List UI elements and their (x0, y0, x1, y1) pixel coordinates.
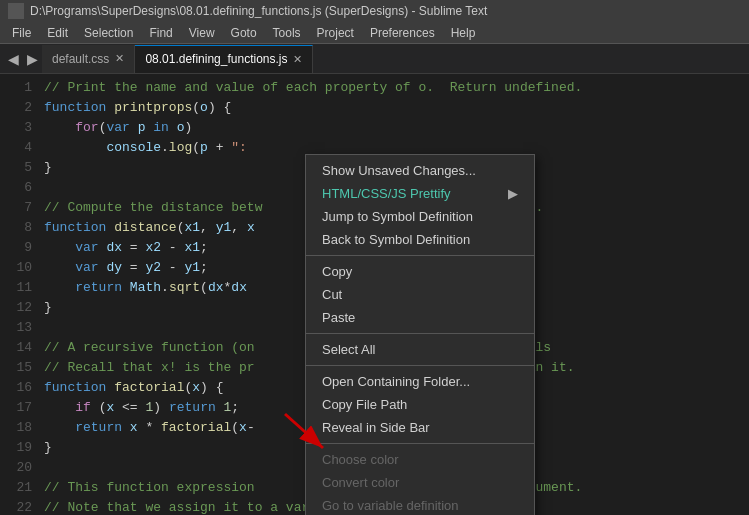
tab-next-button[interactable]: ▶ (23, 51, 42, 67)
title-text: D:\Programs\SuperDesigns\08.01.defining_… (30, 4, 487, 18)
cm-copy-path[interactable]: Copy File Path (306, 393, 534, 416)
menu-help[interactable]: Help (443, 24, 484, 42)
menu-edit[interactable]: Edit (39, 24, 76, 42)
cm-paste[interactable]: Paste (306, 306, 534, 329)
tab-label: 08.01.defining_functions.js (145, 52, 287, 66)
menu-tools[interactable]: Tools (265, 24, 309, 42)
menu-preferences[interactable]: Preferences (362, 24, 443, 42)
cm-show-unsaved[interactable]: Show Unsaved Changes... (306, 159, 534, 182)
menu-view[interactable]: View (181, 24, 223, 42)
cm-cut[interactable]: Cut (306, 283, 534, 306)
cm-sep-2 (306, 333, 534, 334)
menu-bar: File Edit Selection Find View Goto Tools… (0, 22, 749, 44)
cm-select-all[interactable]: Select All (306, 338, 534, 361)
tab-bar: ◀ ▶ default.css ✕ 08.01.defining_functio… (0, 44, 749, 74)
cm-sep-4 (306, 443, 534, 444)
menu-find[interactable]: Find (141, 24, 180, 42)
cm-reveal-sidebar[interactable]: Reveal in Side Bar (306, 416, 534, 439)
menu-goto[interactable]: Goto (223, 24, 265, 42)
context-menu: Show Unsaved Changes... HTML/CSS/JS Pret… (305, 154, 535, 515)
title-bar: D:\Programs\SuperDesigns\08.01.defining_… (0, 0, 749, 22)
cm-open-folder[interactable]: Open Containing Folder... (306, 370, 534, 393)
cm-jump-symbol[interactable]: Jump to Symbol Definition (306, 205, 534, 228)
cm-back-symbol[interactable]: Back to Symbol Definition (306, 228, 534, 251)
submenu-arrow-icon: ▶ (508, 186, 518, 201)
cm-html-prettify[interactable]: HTML/CSS/JS Prettify ▶ (306, 182, 534, 205)
tab-close-active-button[interactable]: ✕ (293, 53, 302, 66)
cm-convert-color: Convert color (306, 471, 534, 494)
menu-project[interactable]: Project (309, 24, 362, 42)
menu-file[interactable]: File (4, 24, 39, 42)
line-numbers: 1 2 3 4 5 6 7 8 9 10 11 12 13 14 15 16 1… (0, 74, 36, 515)
editor-area: 1 2 3 4 5 6 7 8 9 10 11 12 13 14 15 16 1… (0, 74, 749, 515)
cm-choose-color: Choose color (306, 448, 534, 471)
cm-goto-variable: Go to variable definition (306, 494, 534, 515)
tab-close-button[interactable]: ✕ (115, 52, 124, 65)
cm-sep-3 (306, 365, 534, 366)
cm-sep-1 (306, 255, 534, 256)
tab-prev-button[interactable]: ◀ (4, 51, 23, 67)
cm-copy[interactable]: Copy (306, 260, 534, 283)
tab-label: default.css (52, 52, 109, 66)
app-icon (8, 3, 24, 19)
tab-default-css[interactable]: default.css ✕ (42, 45, 135, 73)
menu-selection[interactable]: Selection (76, 24, 141, 42)
tab-defining-functions[interactable]: 08.01.defining_functions.js ✕ (135, 45, 313, 73)
